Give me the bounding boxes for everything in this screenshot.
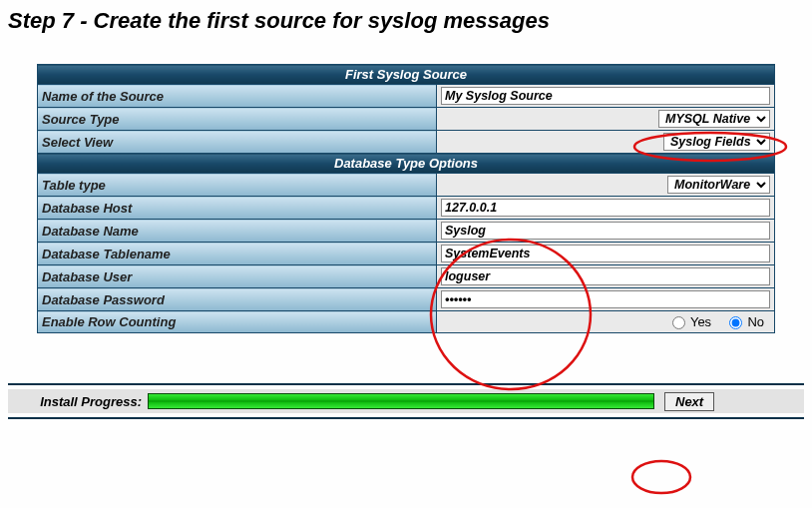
label-select-view: Select View [38, 131, 437, 154]
select-source-type[interactable]: MYSQL Native [658, 110, 770, 128]
page-title: Step 7 - Create the first source for sys… [8, 8, 804, 34]
input-db-password[interactable] [441, 290, 770, 308]
radio-rowcount-yes[interactable] [672, 316, 685, 329]
next-button[interactable]: Next [664, 392, 714, 411]
input-name-of-source[interactable] [441, 87, 770, 105]
label-source-type: Source Type [38, 108, 437, 131]
label-db-tablename: Database Tablename [38, 243, 437, 265]
select-view[interactable]: Syslog Fields [663, 133, 770, 151]
install-progress-label: Install Progress: [8, 394, 148, 409]
section-header-db-options: Database Type Options [38, 154, 775, 174]
section-header-first-source: First Syslog Source [38, 65, 775, 85]
input-db-user[interactable] [441, 267, 770, 285]
label-name-of-source: Name of the Source [38, 85, 437, 108]
radio-rowcount-yes-label: Yes [690, 314, 711, 329]
label-enable-row-counting: Enable Row Counting [38, 311, 437, 333]
radio-rowcount-no[interactable] [729, 316, 742, 329]
label-table-type: Table type [38, 174, 437, 197]
input-db-name[interactable] [441, 222, 770, 240]
install-progress-bar [148, 393, 654, 409]
install-progress-footer: Install Progress: Next [8, 383, 804, 419]
label-db-host: Database Host [38, 197, 437, 220]
config-form-table: First Syslog Source Name of the Source S… [37, 64, 775, 333]
label-db-password: Database Password [38, 288, 437, 311]
radio-rowcount-no-label: No [747, 314, 764, 329]
select-table-type[interactable]: MonitorWare [667, 176, 770, 194]
input-db-host[interactable] [441, 199, 770, 217]
label-db-name: Database Name [38, 220, 437, 243]
input-db-tablename[interactable] [441, 245, 770, 262]
label-db-user: Database User [38, 265, 437, 288]
